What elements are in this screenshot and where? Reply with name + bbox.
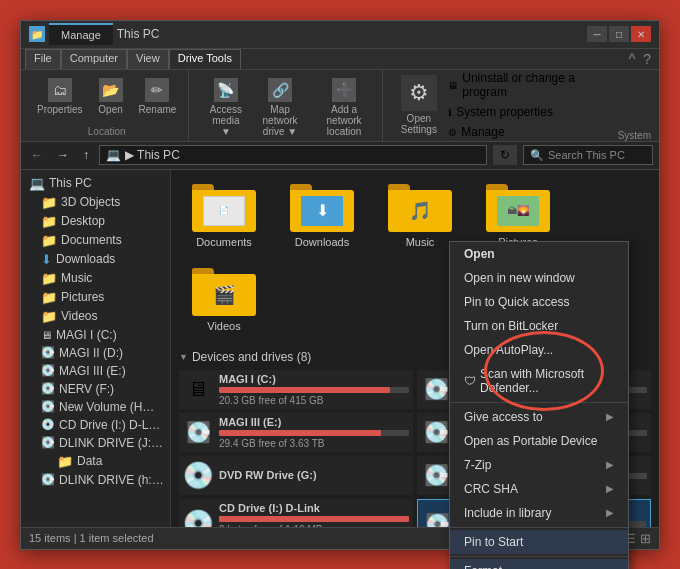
drive-icon-j: 💽 xyxy=(41,436,55,449)
open-button[interactable]: 📂 Open xyxy=(91,74,131,119)
sidebar-item-magi1[interactable]: 🖥 MAGI I (C:) xyxy=(21,326,170,344)
sidebar-label-magi1: MAGI I (C:) xyxy=(56,328,117,342)
refresh-button[interactable]: ↻ xyxy=(493,145,517,165)
sidebar-item-magi2[interactable]: 💽 MAGI II (D:) xyxy=(21,344,170,362)
uninstall-button[interactable]: 🖥 Uninstall or change a program xyxy=(444,70,599,100)
tab-manage[interactable]: Manage xyxy=(49,23,113,45)
map-drive-button[interactable]: 🔗 Map networkdrive ▼ xyxy=(250,74,309,141)
large-icon-view-icon[interactable]: ⊞ xyxy=(640,531,651,546)
open-settings-label: OpenSettings xyxy=(401,113,437,135)
sidebar-item-pictures[interactable]: 📁 Pictures xyxy=(21,288,170,307)
folder-videos[interactable]: 🎬 Videos xyxy=(179,262,269,338)
sidebar-item-3dobjects[interactable]: 📁 3D Objects xyxy=(21,193,170,212)
drive-magi3[interactable]: 💽 MAGI III (E:) 29.4 GB free of 3.63 TB xyxy=(179,413,413,452)
ctx-open[interactable]: Open xyxy=(450,242,628,266)
address-text: ▶ This PC xyxy=(125,148,180,162)
tab-file[interactable]: File xyxy=(25,49,61,69)
folder-icon-videos: 📁 xyxy=(41,309,57,324)
rename-button[interactable]: ✏ Rename xyxy=(133,74,183,119)
drive-icon-d: 💽 xyxy=(41,346,55,359)
ctx-format[interactable]: Format... xyxy=(450,559,628,570)
sidebar-item-nerv[interactable]: 💽 NERV (F:) xyxy=(21,380,170,398)
ctx-pin-start[interactable]: Pin to Start xyxy=(450,530,628,554)
tab-view[interactable]: View xyxy=(127,49,169,69)
drive-name-magi1: MAGI I (C:) xyxy=(219,373,409,385)
ctx-defender-label: Scan with Microsoft Defender... xyxy=(480,367,614,395)
folder-icon-pics: 📁 xyxy=(41,290,57,305)
sidebar-item-magi3[interactable]: 💽 MAGI III (E:) xyxy=(21,362,170,380)
drive-bar-cdrive xyxy=(219,516,409,522)
sidebar-item-thispc[interactable]: 💻 This PC xyxy=(21,174,170,193)
sidebar-item-dlink2[interactable]: 💽 DLINK DRIVE (h:… xyxy=(21,471,170,489)
manage-button[interactable]: ⚙ Manage xyxy=(444,124,599,140)
folder-label-videos: Videos xyxy=(207,320,240,332)
access-media-button[interactable]: 📡 Accessmedia ▼ xyxy=(203,74,248,141)
open-icon: 📂 xyxy=(99,78,123,102)
help-button[interactable]: ? xyxy=(639,49,655,69)
ctx-autoplay[interactable]: Open AutoPlay... xyxy=(450,338,628,362)
ctx-include-library[interactable]: Include in library ▶ xyxy=(450,501,628,525)
drive-info-magi3: MAGI III (E:) 29.4 GB free of 3.63 TB xyxy=(219,416,409,449)
ctx-crcsha[interactable]: CRC SHA ▶ xyxy=(450,477,628,501)
drive-info-dvd: DVD RW Drive (G:) xyxy=(219,469,409,481)
system-props-button[interactable]: ℹ System properties xyxy=(444,104,599,120)
folder-documents[interactable]: 📄 Documents xyxy=(179,178,269,254)
folder-icon-data: 📁 xyxy=(57,454,73,469)
tab-computer[interactable]: Computer xyxy=(61,49,127,69)
sidebar-item-music[interactable]: 📁 Music xyxy=(21,269,170,288)
drive-icon-nerv: 💽 xyxy=(421,419,451,445)
up-button[interactable]: ↑ xyxy=(79,146,93,164)
close-button[interactable]: ✕ xyxy=(631,26,651,42)
open-settings-button[interactable]: ⚙ OpenSettings xyxy=(397,71,440,139)
sidebar-label-documents: Documents xyxy=(61,233,122,247)
ctx-arrow-library: ▶ xyxy=(606,507,614,518)
sidebar-item-documents[interactable]: 📁 Documents xyxy=(21,231,170,250)
ctx-portable[interactable]: Open as Portable Device xyxy=(450,429,628,453)
drive-free-magi3: 29.4 GB free of 3.63 TB xyxy=(219,438,409,449)
back-button[interactable]: ← xyxy=(27,146,47,164)
ctx-pin-quick[interactable]: Pin to Quick access xyxy=(450,290,628,314)
sidebar-item-downloads[interactable]: ⬇ Downloads xyxy=(21,250,170,269)
minimize-button[interactable]: ─ xyxy=(587,26,607,42)
sidebar-item-dlink[interactable]: 💽 DLINK DRIVE (J:… xyxy=(21,434,170,452)
folder-label-documents: Documents xyxy=(196,236,252,248)
folder-thumb-videos: 🎬 xyxy=(192,268,256,316)
ctx-defender[interactable]: 🛡 Scan with Microsoft Defender... xyxy=(450,362,628,400)
access-media-label: Accessmedia ▼ xyxy=(209,104,242,137)
tab-drive-tools[interactable]: Drive Tools xyxy=(169,49,241,69)
title-bar-left: 📁 Manage This PC xyxy=(29,23,159,45)
drive-dvd[interactable]: 💿 DVD RW Drive (G:) xyxy=(179,456,413,495)
status-count: 15 items | 1 item selected xyxy=(29,532,154,544)
ctx-sep-1 xyxy=(450,402,628,403)
properties-button[interactable]: 🗂 Properties xyxy=(31,74,89,119)
sidebar-item-cddrive[interactable]: 💿 CD Drive (I:) D-L… xyxy=(21,416,170,434)
sidebar-item-videos[interactable]: 📁 Videos xyxy=(21,307,170,326)
sidebar-item-newvol[interactable]: 💽 New Volume (H… xyxy=(21,398,170,416)
add-network-button[interactable]: ➕ Add a networklocation xyxy=(312,74,377,141)
rename-label: Rename xyxy=(139,104,177,115)
ctx-arrow-give-access: ▶ xyxy=(606,411,614,422)
drive-name-cdrive: CD Drive (I:) D-Link xyxy=(219,502,409,514)
sidebar-item-desktop[interactable]: 📁 Desktop xyxy=(21,212,170,231)
forward-button[interactable]: → xyxy=(53,146,73,164)
ribbon-expand-button[interactable]: ^ xyxy=(625,49,640,69)
map-drive-label: Map networkdrive ▼ xyxy=(256,104,303,137)
sidebar-label-downloads: Downloads xyxy=(56,252,115,266)
rename-icon: ✏ xyxy=(145,78,169,102)
drive-magi1[interactable]: 🖥 MAGI I (C:) 20.3 GB free of 415 GB xyxy=(179,370,413,409)
search-box[interactable]: 🔍 Search This PC xyxy=(523,145,653,165)
drive-cdrive[interactable]: 💿 CD Drive (I:) D-Link 0 bytes free of 1… xyxy=(179,499,413,527)
sidebar-item-data[interactable]: 📁 Data xyxy=(21,452,170,471)
ctx-open-new-window[interactable]: Open in new window xyxy=(450,266,628,290)
ctx-bitlocker[interactable]: Turn on BitLocker xyxy=(450,314,628,338)
maximize-button[interactable]: □ xyxy=(609,26,629,42)
search-icon: 🔍 xyxy=(530,149,544,162)
ctx-give-access[interactable]: Give access to ▶ xyxy=(450,405,628,429)
pc-icon: 💻 xyxy=(29,176,45,191)
sidebar-label-music: Music xyxy=(61,271,92,285)
map-drive-icon: 🔗 xyxy=(268,78,292,102)
title-text: This PC xyxy=(117,27,160,41)
ctx-7zip[interactable]: 7-Zip ▶ xyxy=(450,453,628,477)
address-path[interactable]: 💻 ▶ This PC xyxy=(99,145,487,165)
folder-downloads[interactable]: ⬇ Downloads xyxy=(277,178,367,254)
